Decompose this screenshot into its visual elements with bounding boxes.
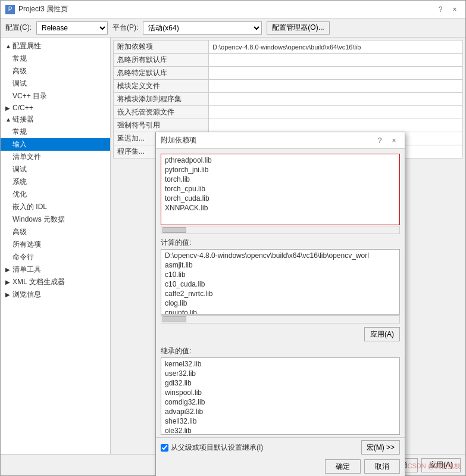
list-item-caffe2[interactable]: caffe2_nvrtc.lib — [162, 289, 398, 298]
prop-name-additional-deps: 附加依赖项 — [114, 41, 209, 54]
dialog-apply-button[interactable]: 应用(A) — [364, 327, 400, 341]
list-item-comdlg32[interactable]: comdlg32.lib — [162, 397, 398, 407]
computed-horiz-scroll[interactable] — [161, 315, 400, 323]
table-row: 嵌入托管资源文件 — [114, 106, 463, 119]
apply-button[interactable]: 应用(A) — [421, 458, 461, 472]
manager-button[interactable]: 配置管理器(O)... — [267, 21, 329, 35]
dialog-help-button[interactable]: ? — [374, 135, 386, 147]
prop-name-ignore-all: 忽略所有默认库 — [114, 54, 209, 67]
prop-value-ignore-specific[interactable] — [209, 67, 463, 80]
sidebar-item-linker[interactable]: ▲链接器 — [1, 113, 110, 126]
sidebar-item-debug[interactable]: 调试 — [1, 77, 110, 90]
prop-value-embed-resource[interactable] — [209, 106, 463, 119]
expand-icon-linker: ▲ — [5, 116, 12, 123]
dialog-title-controls: ? × — [374, 135, 400, 147]
expand-icon-manifest: ▶ — [5, 266, 12, 273]
sidebar-item-config-props[interactable]: ▲配置属性 — [1, 40, 110, 52]
sidebar-item-manifest[interactable]: 清单文件 — [1, 151, 110, 163]
computed-label: 计算的值: — [161, 238, 400, 248]
dialog-title-bar: 附加依赖项 ? × — [156, 132, 405, 149]
dialog-content: pthreadpool.lib pytorch_jni.lib torch.li… — [156, 149, 405, 346]
sidebar-item-windows-metadata[interactable]: Windows 元数据 — [1, 213, 110, 226]
prop-value-module-def[interactable] — [209, 80, 463, 93]
expand-icon-browse: ▶ — [5, 291, 12, 298]
sidebar-item-optimize[interactable]: 优化 — [1, 188, 110, 201]
dialog-bottom-row: 从父级或项目默认设置继承(I) 宏(M) >> — [156, 437, 405, 457]
sidebar-item-vc-dirs[interactable]: VC++ 目录 — [1, 90, 110, 102]
prop-value-force-symbol[interactable] — [209, 119, 463, 132]
list-item-torch[interactable]: torch.lib — [162, 175, 398, 184]
list-item-asmjit[interactable]: asmjit.lib — [162, 260, 398, 270]
computed-section: 计算的值: D:\opencv-4.8.0-windows\opencv\bui… — [161, 238, 400, 323]
config-select[interactable]: Release — [36, 21, 108, 35]
list-item-torch-cpu[interactable]: torch_cpu.lib — [162, 184, 398, 194]
sidebar-item-advanced[interactable]: 高级 — [1, 65, 110, 77]
inherit-checkbox[interactable] — [161, 444, 168, 452]
inherit-checkbox-row: 从父级或项目默认设置继承(I) — [161, 443, 263, 453]
list-item-advapi32[interactable]: advapi32.lib — [162, 407, 398, 416]
title-bar-controls: ? × — [434, 4, 461, 15]
list-item-opencv[interactable]: D:\opencv-4.8.0-windows\opencv\build\x64… — [162, 251, 398, 260]
table-row: 附加依赖项 D:\opencv-4.8.0-windows\opencv\bui… — [114, 41, 463, 54]
input-list-container: pthreadpool.lib pytorch_jni.lib torch.li… — [161, 154, 400, 234]
sidebar-item-linker-general[interactable]: 常规 — [1, 126, 110, 138]
sidebar-item-general[interactable]: 常规 — [1, 52, 110, 65]
sidebar-item-xml-gen[interactable]: ▶XML 文档生成器 — [1, 276, 110, 288]
expand-icon: ▲ — [5, 43, 12, 49]
prop-value-additional-deps[interactable]: D:\opencv-4.8.0-windows\opencv\build\x64… — [209, 41, 463, 54]
macro-button[interactable]: 宏(M) >> — [361, 440, 400, 455]
platform-label: 平台(P): — [112, 23, 138, 33]
apply-row: 应用(A) — [161, 327, 400, 341]
list-item-pthreadpool[interactable]: pthreadpool.lib — [162, 155, 398, 165]
table-row: 强制符号引用 — [114, 119, 463, 132]
computed-list-box[interactable]: D:\opencv-4.8.0-windows\opencv\build\x64… — [161, 249, 400, 315]
inherited-list-box[interactable]: kernel32.lib user32.lib gdi32.lib winspo… — [161, 357, 400, 435]
list-item-xnnpack[interactable]: XNNPACK.lib — [162, 203, 398, 213]
app-icon: P — [5, 5, 15, 14]
help-button[interactable]: ? — [434, 4, 446, 15]
list-item-kernel32[interactable]: kernel32.lib — [162, 359, 398, 369]
close-button[interactable]: × — [449, 4, 461, 15]
list-item-c10[interactable]: c10.lib — [162, 270, 398, 279]
title-bar-left: P Project3 属性页 — [5, 4, 68, 14]
prop-value-ignore-all[interactable] — [209, 54, 463, 67]
input-list-box[interactable]: pthreadpool.lib pytorch_jni.lib torch.li… — [161, 154, 400, 225]
dialog-ok-button[interactable]: 确定 — [325, 459, 361, 474]
platform-select[interactable]: 活动(x64) — [143, 21, 262, 35]
sidebar-item-linker-input[interactable]: 输入 — [1, 138, 110, 151]
prop-name-embed-resource: 嵌入托管资源文件 — [114, 106, 209, 119]
table-row: 忽略所有默认库 — [114, 54, 463, 67]
dialog-cancel-button[interactable]: 取消 — [364, 459, 400, 474]
additional-deps-dialog[interactable]: 附加依赖项 ? × pthreadpool.lib pytorch_jni.li… — [155, 132, 405, 476]
list-item-shell32[interactable]: shell32.lib — [162, 416, 398, 426]
main-window: P Project3 属性页 ? × 配置(C): Release 平台(P):… — [0, 0, 466, 476]
sidebar-item-system[interactable]: 系统 — [1, 176, 110, 188]
horiz-scroll-thumb — [162, 227, 186, 233]
list-item-torch-cuda[interactable]: torch_cuda.lib — [162, 194, 398, 203]
table-row: 模块定义文件 — [114, 80, 463, 93]
list-item-ole32[interactable]: ole32.lib — [162, 426, 398, 435]
sidebar-item-linker-advanced[interactable]: 高级 — [1, 226, 110, 238]
list-item-clog[interactable]: clog.lib — [162, 298, 398, 308]
sidebar-item-embedded-idl[interactable]: 嵌入的 IDL — [1, 201, 110, 213]
prop-value-add-module[interactable] — [209, 93, 463, 106]
list-item-cpuinfo[interactable]: cpuinfo.lib — [162, 308, 398, 315]
toolbar-row: 配置(C): Release 平台(P): 活动(x64) 配置管理器(O)..… — [1, 18, 465, 38]
list-item-winspool[interactable]: winspool.lib — [162, 388, 398, 397]
input-horiz-scroll[interactable] — [161, 226, 400, 234]
list-item-user32[interactable]: user32.lib — [162, 369, 398, 378]
inherited-section-container: 继承的值: kernel32.lib user32.lib gdi32.lib … — [156, 346, 405, 437]
computed-horiz-scroll-thumb — [162, 316, 186, 322]
sidebar-item-browse-info[interactable]: ▶浏览信息 — [1, 288, 110, 301]
sidebar-item-cmdline[interactable]: 命令行 — [1, 251, 110, 263]
sidebar-item-all-options[interactable]: 所有选项 — [1, 238, 110, 251]
sidebar: ▲配置属性 常规 高级 调试 VC++ 目录 ▶C/C++ ▲链接器 常规 输入… — [1, 38, 111, 454]
sidebar-item-manifest-tool[interactable]: ▶清单工具 — [1, 263, 110, 276]
list-item-gdi32[interactable]: gdi32.lib — [162, 378, 398, 388]
list-item-c10-cuda[interactable]: c10_cuda.lib — [162, 279, 398, 289]
title-bar: P Project3 属性页 ? × — [1, 1, 465, 18]
list-item-pytorch-jni[interactable]: pytorch_jni.lib — [162, 165, 398, 175]
sidebar-item-cpp[interactable]: ▶C/C++ — [1, 102, 110, 113]
sidebar-item-linker-debug[interactable]: 调试 — [1, 163, 110, 176]
dialog-close-button[interactable]: × — [388, 135, 400, 147]
